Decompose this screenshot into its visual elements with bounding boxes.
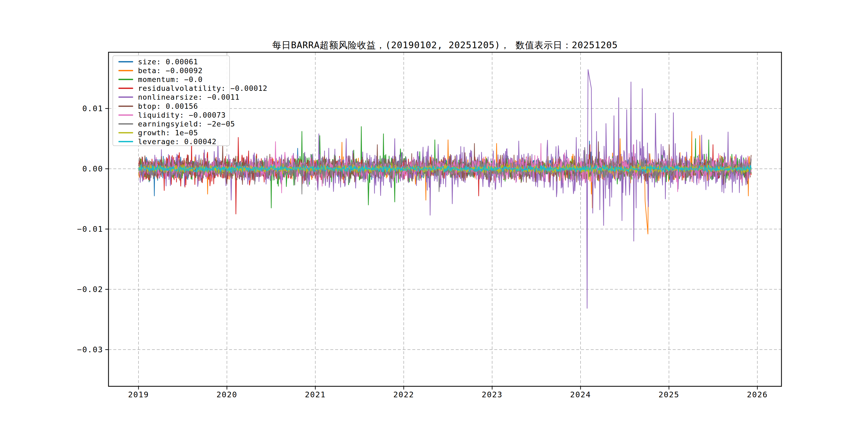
legend-label: earningsyield: −2e−05: [138, 120, 235, 128]
growth-line-swatch: [118, 132, 133, 133]
legend-item-btop: btop: 0.00156: [113, 101, 229, 111]
legend-item-size: size: 0.00061: [113, 57, 229, 66]
size-line-swatch: [118, 61, 133, 62]
figure: 每日BARRA超额风险收益，(20190102, 20251205)， 数值表示…: [0, 0, 868, 434]
legend-label: growth: 1e−05: [138, 129, 198, 137]
x-tick-label: 2025: [650, 390, 688, 399]
momentum-line-swatch: [118, 79, 133, 80]
liquidity-line-swatch: [118, 114, 133, 116]
x-tick-label: 2026: [739, 390, 776, 399]
legend-item-liquidity: liquidity: −0.00073: [113, 111, 229, 120]
legend-item-nonlinearsize: nonlinearsize: −0.0011: [113, 93, 229, 101]
y-tick-label: −0.01: [50, 224, 103, 234]
y-tick-label: 0.00: [50, 164, 103, 173]
legend-item-leverage: leverage: 0.00042: [113, 137, 229, 146]
legend-label: size: 0.00061: [138, 58, 198, 66]
x-tick-label: 2024: [562, 390, 599, 399]
legend-item-momentum: momentum: −0.0: [113, 75, 229, 84]
x-tick-label: 2019: [120, 390, 157, 399]
leverage-line-swatch: [118, 141, 133, 142]
legend-item-beta: beta: −0.00092: [113, 66, 229, 75]
legend-item-residualvolatility: residualvolatility: −0.00012: [113, 84, 229, 93]
legend-label: leverage: 0.00042: [138, 137, 216, 146]
legend-label: residualvolatility: −0.00012: [138, 84, 267, 92]
x-tick-label: 2022: [385, 390, 423, 399]
x-tick-label: 2023: [473, 390, 511, 399]
btop-line-swatch: [118, 105, 133, 107]
y-tick-label: −0.02: [50, 285, 103, 294]
legend-label: beta: −0.00092: [138, 66, 203, 75]
x-tick-label: 2021: [297, 390, 334, 399]
y-tick-label: 0.01: [50, 104, 103, 113]
y-tick-label: −0.03: [50, 345, 103, 354]
x-tick-label: 2020: [208, 390, 246, 399]
legend-label: momentum: −0.0: [138, 75, 203, 84]
legend: size: 0.00061 beta: −0.00092 momentum: −…: [113, 56, 230, 146]
residualvolatility-line-swatch: [118, 88, 133, 89]
nonlinearsize-line-swatch: [118, 96, 133, 98]
beta-line-swatch: [118, 70, 133, 71]
legend-label: liquidity: −0.00073: [138, 111, 226, 119]
chart-title: 每日BARRA超额风险收益，(20190102, 20251205)， 数值表示…: [108, 39, 781, 52]
legend-label: nonlinearsize: −0.0011: [138, 93, 240, 101]
legend-label: btop: 0.00156: [138, 102, 198, 111]
earningsyield-line-swatch: [118, 123, 133, 125]
legend-item-earningsyield: earningsyield: −2e−05: [113, 120, 229, 128]
legend-item-growth: growth: 1e−05: [113, 128, 229, 137]
